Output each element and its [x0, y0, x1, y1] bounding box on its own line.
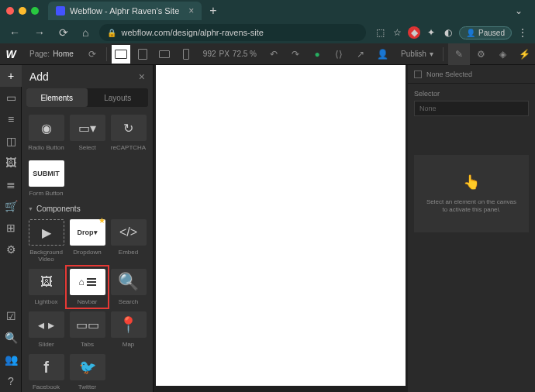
webflow-logo-icon[interactable]: W	[0, 43, 22, 65]
refresh-preview-icon[interactable]: ⟳	[81, 43, 103, 65]
add-elements-icon[interactable]: +	[0, 65, 22, 87]
selector-input[interactable]: None	[414, 101, 529, 116]
pages-icon[interactable]: ▭	[0, 87, 22, 108]
canvas-area[interactable]	[154, 65, 408, 392]
star-icon[interactable]: ☆	[391, 26, 403, 39]
new-tab-button[interactable]: +	[209, 4, 216, 18]
elements-tab[interactable]: Elements	[26, 88, 88, 107]
element-form-button[interactable]: SUBMIT Form Button	[26, 159, 66, 198]
search-icon[interactable]: 🔍	[0, 327, 22, 349]
components-section-header[interactable]: Components	[26, 198, 148, 218]
maximize-window[interactable]	[31, 7, 39, 15]
element-recaptcha[interactable]: ↻ reCAPTCHA	[109, 113, 148, 153]
navigator-icon[interactable]: ≡	[0, 108, 22, 130]
users-icon[interactable]: ⊞	[0, 217, 22, 239]
browser-chrome: Webflow - Alphr Raven's Site × + ⌄ ← → ⟳…	[0, 0, 535, 43]
settings-gear-icon[interactable]: ⚙	[0, 239, 22, 260]
video-tutorials-icon[interactable]: 👥	[0, 349, 22, 370]
element-radio-button[interactable]: ◉ Radio Button	[26, 113, 66, 153]
element-tabs[interactable]: ▭▭ Tabs	[67, 310, 107, 349]
mobile-breakpoint[interactable]	[177, 45, 195, 64]
code-export-icon[interactable]: ⟨⟩	[328, 43, 350, 65]
assets-icon[interactable]: 🖼	[0, 152, 22, 174]
browser-tab[interactable]: Webflow - Alphr Raven's Site ×	[48, 2, 202, 20]
audits-icon[interactable]: ☑	[0, 305, 22, 327]
element-search[interactable]: 🔍 Search	[109, 267, 148, 307]
mobile-landscape-breakpoint[interactable]	[155, 45, 174, 64]
home-icon: ⌂	[78, 277, 84, 287]
window-controls	[6, 7, 39, 15]
element-twitter[interactable]: 🐦 Twitter	[67, 352, 107, 392]
components-icon[interactable]: ◫	[0, 130, 22, 152]
element-embed[interactable]: </> Embed	[109, 218, 148, 264]
home-icon[interactable]: ⌂	[79, 25, 91, 40]
publish-button[interactable]: Publish ▾	[395, 50, 440, 58]
tablet-breakpoint[interactable]	[133, 45, 152, 64]
selection-label: None Selected	[426, 70, 472, 78]
add-panel: Add × Elements Layouts ◉ Radio Button ▭▾…	[22, 65, 154, 392]
breakpoint-switcher	[110, 43, 197, 65]
settings-panel-gear-icon[interactable]: ⚙	[470, 43, 492, 65]
element-navbar[interactable]: ⌂ Navbar	[67, 267, 107, 307]
element-facebook[interactable]: f Facebook	[26, 352, 66, 392]
redo-icon[interactable]: ↷	[285, 43, 306, 65]
extension-2-icon[interactable]: ◐	[442, 26, 454, 39]
left-rail: + ▭ ≡ ◫ 🖼 ≣ 🛒 ⊞ ⚙ ☑ 🔍 👥 ?	[0, 65, 22, 392]
install-icon[interactable]: ⬚	[374, 26, 386, 39]
style-panel: None Selected Selector None 👆 Select an …	[408, 65, 535, 392]
canvas-size-display[interactable]: 992 PX 72.5 %	[197, 50, 263, 58]
style-manager-icon[interactable]: ◈	[492, 43, 513, 65]
element-select[interactable]: ▭▾ Select	[67, 113, 107, 153]
style-panel-icon[interactable]: ✎	[448, 43, 470, 65]
share-icon[interactable]: ↗	[350, 43, 371, 65]
extensions-puzzle-icon[interactable]: ✦	[425, 26, 437, 39]
tabs-menu-icon[interactable]: ⌄	[515, 5, 523, 16]
cms-icon[interactable]: ≣	[0, 174, 22, 195]
address-bar[interactable]: 🔒 webflow.com/design/alphr-ravens-site	[99, 24, 366, 41]
close-tab-icon[interactable]: ×	[188, 5, 194, 16]
audit-icon[interactable]: 👤	[371, 43, 393, 65]
ecommerce-icon[interactable]: 🛒	[0, 195, 22, 217]
selector-heading: Selector	[408, 84, 535, 101]
back-icon[interactable]: ←	[6, 25, 23, 40]
profile-paused-button[interactable]: 👤 Paused	[459, 26, 512, 40]
add-panel-title: Add	[29, 70, 49, 83]
page-selector[interactable]: Page: Home	[22, 50, 81, 58]
profile-avatar-icon: 👤	[466, 29, 475, 37]
url-text: webflow.com/design/alphr-ravens-site	[121, 28, 263, 37]
reload-icon[interactable]: ⟳	[56, 25, 71, 40]
chevron-down-icon: ▾	[430, 50, 433, 58]
element-background-video[interactable]: ▶ Background Video	[26, 218, 66, 264]
interactions-panel-icon[interactable]: ⚡	[513, 43, 535, 65]
forward-icon[interactable]: →	[31, 25, 48, 40]
selection-indicator	[414, 70, 422, 78]
element-dropdown[interactable]: ★ Drop ▾ Dropdown	[67, 218, 107, 264]
new-badge-icon: ★	[98, 216, 105, 225]
minimize-window[interactable]	[19, 7, 26, 15]
empty-state: 👆 Select an element on the canvas to act…	[414, 155, 529, 232]
element-lightbox[interactable]: 🖼 Lightbox	[26, 267, 66, 307]
element-slider[interactable]: ◂ ▸ Slider	[26, 310, 66, 349]
status-ok-icon[interactable]: ●	[306, 43, 328, 65]
help-icon[interactable]: ?	[0, 370, 22, 392]
close-window[interactable]	[6, 7, 14, 15]
canvas[interactable]	[156, 65, 406, 386]
undo-icon[interactable]: ↶	[263, 43, 285, 65]
browser-menu-icon[interactable]: ⋮	[516, 26, 529, 39]
cursor-click-icon: 👆	[463, 174, 480, 191]
element-map[interactable]: 📍 Map	[109, 310, 148, 349]
desktop-breakpoint[interactable]	[112, 45, 130, 64]
webflow-favicon	[56, 6, 65, 15]
extension-icon[interactable]: ◆	[408, 26, 420, 39]
hamburger-icon	[87, 278, 96, 286]
designer-toolbar: W Page: Home ⟳ 992 PX 72.5 % ↶ ↷ ● ⟨⟩ ↗ …	[0, 43, 535, 65]
layouts-tab[interactable]: Layouts	[88, 88, 149, 107]
close-panel-icon[interactable]: ×	[139, 70, 145, 83]
tab-title: Webflow - Alphr Raven's Site	[70, 6, 179, 15]
lock-icon: 🔒	[107, 29, 116, 37]
